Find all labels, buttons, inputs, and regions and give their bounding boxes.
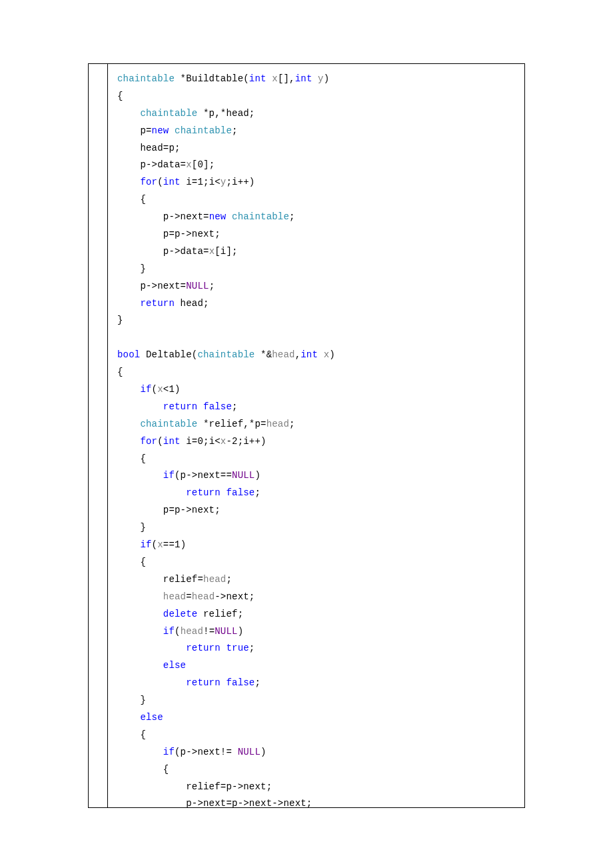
code-block: chaintable *Buildtable(int x[],int y) { … xyxy=(117,71,515,807)
table-frame: chaintable *Buildtable(int x[],int y) { … xyxy=(88,63,525,808)
document-page: chaintable *Buildtable(int x[],int y) { … xyxy=(0,0,613,868)
left-gutter-cell xyxy=(89,64,108,807)
code-cell: chaintable *Buildtable(int x[],int y) { … xyxy=(108,64,524,807)
